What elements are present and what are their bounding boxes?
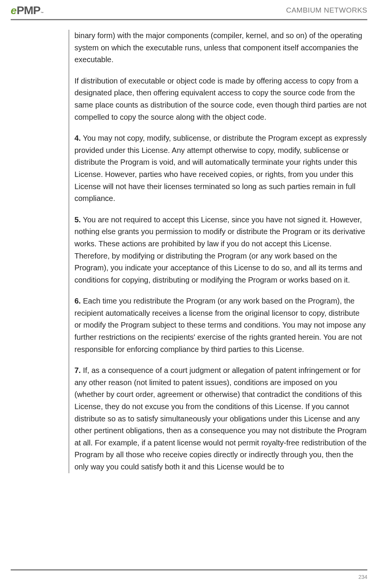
logo-e: e bbox=[11, 5, 17, 17]
clause-number: 6. bbox=[74, 297, 81, 305]
paragraph: If distribution of executable or object … bbox=[74, 75, 367, 123]
paragraph: 6. Each time you redistribute the Progra… bbox=[74, 295, 367, 355]
paragraph: 4. You may not copy, modify, sublicense,… bbox=[74, 132, 367, 205]
clause-text: Each time you redistribute the Program (… bbox=[74, 297, 366, 353]
paragraph: 7. If, as a consequence of a court judgm… bbox=[74, 365, 367, 473]
clause-text: If, as a consequence of a court judgment… bbox=[74, 366, 367, 471]
clause-number: 7. bbox=[74, 366, 81, 374]
clause-number: 5. bbox=[74, 215, 81, 224]
logo-pmp: PMP bbox=[17, 4, 40, 17]
clause-number: 4. bbox=[74, 134, 81, 142]
paragraph: 5. You are not required to accept this L… bbox=[74, 214, 367, 286]
brand-name: CAMBIUM NETWORKS bbox=[286, 6, 367, 14]
license-content: binary form) with the major components (… bbox=[69, 30, 367, 473]
logo-tm: ™ bbox=[41, 11, 44, 15]
clause-text: You may not copy, modify, sublicense, or… bbox=[74, 134, 367, 202]
page-number: 234 bbox=[359, 574, 367, 580]
clause-text: You are not required to accept this Lice… bbox=[74, 215, 365, 284]
paragraph: binary form) with the major components (… bbox=[74, 30, 367, 66]
page-header: ePMP™ CAMBIUM NETWORKS bbox=[11, 4, 367, 20]
logo: ePMP™ bbox=[11, 4, 44, 17]
page-footer: 234 bbox=[11, 569, 367, 580]
